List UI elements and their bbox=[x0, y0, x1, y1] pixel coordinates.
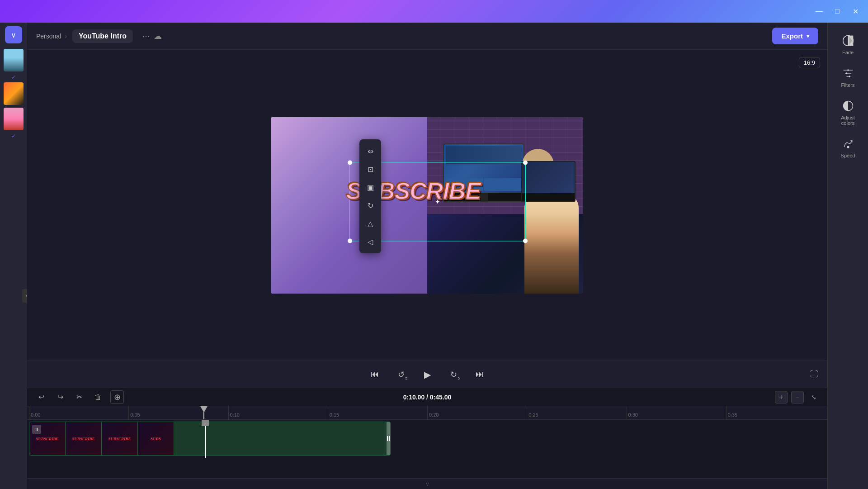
more-options-icon[interactable]: ⋯ bbox=[142, 31, 150, 41]
ctx-reflect-h-button[interactable]: ◁ bbox=[362, 233, 378, 250]
playback-controls: ⏮ ↺ 5 ▶ ↻ 5 ⏭ ⛶ bbox=[27, 361, 827, 388]
selection-handle-bottom-right[interactable] bbox=[523, 238, 528, 243]
add-clip-button[interactable]: ⊕ bbox=[110, 390, 124, 404]
ruler-mark-0: 0:00 bbox=[29, 406, 128, 419]
zoom-in-button[interactable]: + bbox=[775, 391, 788, 404]
top-bar-actions: ⋯ ☁ bbox=[142, 31, 162, 41]
svg-point-8 bbox=[849, 76, 850, 77]
media-thumb-3[interactable] bbox=[4, 108, 24, 130]
rewind-label: 5 bbox=[406, 376, 407, 380]
right-tool-speed[interactable]: Speed bbox=[835, 133, 862, 162]
ruler-mark-6: 0:30 bbox=[627, 406, 726, 419]
play-button[interactable]: ▶ bbox=[419, 366, 436, 383]
breadcrumb: Personal › bbox=[36, 33, 67, 40]
export-label: Export bbox=[781, 32, 803, 40]
filters-icon bbox=[841, 66, 855, 81]
panel-toggle-button[interactable]: ∨ bbox=[5, 26, 22, 43]
monitor-thumb-main bbox=[446, 146, 522, 164]
cloud-icon[interactable]: ☁ bbox=[154, 31, 162, 41]
ruler-mark-1: 0:05 bbox=[128, 406, 228, 419]
clip-inner: SUBSCRIBE SUBSCRIBE SUBSCRIBE SUBS bbox=[29, 422, 390, 455]
breadcrumb-personal[interactable]: Personal bbox=[36, 33, 61, 40]
maximize-button[interactable]: □ bbox=[832, 6, 843, 17]
close-button[interactable]: ✕ bbox=[850, 6, 861, 17]
video-clip[interactable]: ⏸ SUBSCRIBE SUBSCRIBE SUBSCRIBE bbox=[29, 422, 391, 456]
speed-icon bbox=[841, 137, 855, 151]
media-thumb-1[interactable] bbox=[4, 49, 24, 71]
svg-point-6 bbox=[847, 69, 849, 71]
timeline-section: ↩ ↪ ✂ 🗑 ⊕ 0:10.00 / 0:45.00 + − ⤡ bbox=[27, 388, 827, 478]
speed-label: Speed bbox=[841, 153, 855, 158]
time-separator: / bbox=[426, 394, 428, 401]
clip-end-handle[interactable]: ⏸ bbox=[387, 422, 390, 455]
video-canvas: SUBSCRIBE ✦ ⇔ ⊡ ▣ ↻ △ bbox=[271, 117, 583, 294]
clip-thumb-3: SUBSCRIBE bbox=[102, 422, 138, 455]
ruler-mark-7: 0:35 bbox=[726, 406, 826, 419]
ruler-mark-5: 0:25 bbox=[527, 406, 626, 419]
right-panel: Fade Filters bbox=[827, 23, 868, 489]
right-tool-filters[interactable]: Filters bbox=[835, 62, 862, 91]
svg-point-10 bbox=[847, 146, 849, 148]
collapse-timeline-button[interactable]: ⤡ bbox=[807, 391, 820, 404]
thumb3-check: ✓ bbox=[11, 133, 16, 139]
selection-handle-top-right[interactable] bbox=[523, 160, 528, 165]
ruler-playhead bbox=[203, 406, 204, 419]
ctx-rotate-button[interactable]: ↻ bbox=[362, 197, 378, 214]
clip-spacer bbox=[174, 422, 390, 455]
project-name[interactable]: YouTube Intro bbox=[72, 29, 133, 43]
title-bar: — □ ✕ bbox=[0, 0, 868, 23]
media-thumb-2[interactable] bbox=[4, 82, 24, 105]
right-tool-adjust-colors[interactable]: Adjust colors bbox=[835, 95, 862, 129]
fade-icon bbox=[841, 33, 855, 48]
ctx-resize-button[interactable]: ⇔ bbox=[362, 143, 378, 159]
minimize-button[interactable]: — bbox=[814, 6, 825, 17]
export-button[interactable]: Export ▾ bbox=[772, 28, 818, 44]
selection-handle-bottom-left[interactable] bbox=[348, 238, 352, 243]
clip-area: ⏸ SUBSCRIBE SUBSCRIBE SUBSCRIBE bbox=[27, 420, 827, 478]
timeline-header: ↩ ↪ ✂ 🗑 ⊕ 0:10.00 / 0:45.00 + − ⤡ bbox=[27, 388, 827, 406]
canvas-area: 16:9 bbox=[27, 50, 827, 361]
ctx-crop-button[interactable]: ⊡ bbox=[362, 161, 378, 177]
top-bar: Personal › YouTube Intro ⋯ ☁ Export ▾ bbox=[27, 23, 827, 50]
ctx-reflect-v-button[interactable]: △ bbox=[362, 215, 378, 232]
ruler-mark-2: 0:10 bbox=[228, 406, 328, 419]
cut-button[interactable]: ✂ bbox=[72, 390, 86, 404]
skip-forward-button[interactable]: ⏭ bbox=[471, 366, 488, 383]
second-monitor bbox=[521, 161, 576, 202]
undo-button[interactable]: ↩ bbox=[34, 390, 48, 404]
rewind-5-button[interactable]: ↺ 5 bbox=[392, 366, 410, 383]
selection-handle-top-left[interactable] bbox=[348, 160, 352, 165]
ctx-preview-button[interactable]: ▣ bbox=[362, 179, 378, 195]
forward-5-button[interactable]: ↻ 5 bbox=[445, 366, 462, 383]
right-tool-fade[interactable]: Fade bbox=[835, 30, 862, 59]
ruler-marks: 0:00 0:05 0:10 0:15 0:20 0:25 0:30 0:35 bbox=[29, 406, 826, 419]
fade-label: Fade bbox=[842, 50, 854, 55]
filters-label: Filters bbox=[841, 82, 855, 88]
adjust-colors-icon bbox=[841, 99, 855, 113]
timeline-playhead-marker[interactable] bbox=[202, 420, 209, 426]
timeline-time-display: 0:10.00 / 0:45.00 bbox=[403, 394, 452, 401]
thumb1-check: ✓ bbox=[11, 74, 16, 81]
export-dropdown-icon: ▾ bbox=[807, 33, 809, 39]
redo-button[interactable]: ↪ bbox=[53, 390, 67, 404]
current-time: 0:10.00 bbox=[403, 394, 425, 401]
collapse-icon: ∨ bbox=[425, 481, 429, 487]
fullscreen-button[interactable]: ⛶ bbox=[810, 370, 818, 379]
ruler-mark-4: 0:20 bbox=[427, 406, 527, 419]
clip-thumb-2: SUBSCRIBE bbox=[66, 422, 102, 455]
zoom-out-button[interactable]: − bbox=[791, 391, 804, 404]
clip-pause-button[interactable]: ⏸ bbox=[32, 425, 41, 434]
left-panel: ∨ ✓ ✓ ‹ bbox=[0, 23, 27, 489]
skip-back-button[interactable]: ⏮ bbox=[366, 366, 383, 383]
aspect-ratio-badge: 16:9 bbox=[799, 57, 820, 68]
collapse-timeline-bar[interactable]: ∨ bbox=[27, 478, 827, 489]
ruler-mark-3: 0:15 bbox=[328, 406, 427, 419]
adjust-colors-label: Adjust colors bbox=[835, 115, 862, 126]
center-area: Personal › YouTube Intro ⋯ ☁ Export ▾ 16… bbox=[27, 23, 827, 489]
person-body bbox=[524, 194, 579, 294]
svg-point-7 bbox=[845, 72, 847, 74]
app-container: ∨ ✓ ✓ ‹ Personal › YouTube Intro ⋯ ☁ bbox=[0, 23, 868, 489]
total-time: 0:45.00 bbox=[430, 394, 451, 401]
forward-label: 5 bbox=[458, 376, 460, 380]
delete-button[interactable]: 🗑 bbox=[91, 390, 105, 404]
